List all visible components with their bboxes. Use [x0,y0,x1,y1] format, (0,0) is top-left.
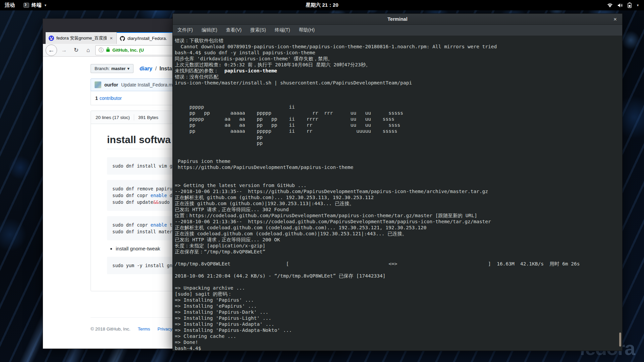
terminal-line [175,92,622,98]
terminal-line [175,176,622,182]
terminal-line: 已发出 HTTP 请求，正在等待回应... 302 Found [175,206,622,213]
terminal-line: 已发出 HTTP 请求，正在等待回应... 200 OK [175,237,622,243]
terminal-line: 正在连接 codeload.github.com (codeload.githu… [175,231,622,237]
terminal-line [175,152,622,158]
terminal-body[interactable]: 错误：下载软件包出错 Cannot download 00789019-papi… [173,36,622,351]
terminal-line: => Clearing cache ... [175,333,622,339]
tab-close-icon[interactable]: × [109,35,113,41]
tab-title: fedora 安装gnome_百度搜 [56,35,107,41]
terminal-line: => Unpacking archive ... [175,285,622,291]
branch-label: Branch: [95,66,110,71]
terminal-line: [sudo] sagit 的密码： [175,291,622,297]
system-menu-chevron-icon: ▼ [636,4,639,7]
terminal-line: => Installing 'Papirus-Dark' ... [175,309,622,315]
terminal-window: Terminal × 文件(F)编辑(E)查看(V)搜索(S)终端(T)帮助(H… [172,13,623,351]
terminal-line: 上次元数据过期检查: 0:25:32 前，执行于 2018年10月06日 星期六… [175,62,622,68]
terminal-line: => Installing 'ePapirus' ... [175,303,622,309]
terminal-line: bash-4.4$ sudo dnf -y install papirus-ic… [175,50,622,56]
terminal-scrollbar-thumb[interactable] [619,333,621,347]
caret-down-icon: ▾ [127,66,129,71]
terminal-menu-item[interactable]: 帮助(H) [299,27,315,33]
tab-baidu-search[interactable]: fedora 安装gnome_百度搜 × [46,32,117,44]
terminal-line: --2018-10-06 21:13:36-- https://codeload… [175,219,622,225]
terminal-app-icon [23,3,29,8]
footer-link[interactable]: Terms [138,326,150,331]
terminal-line: => Done! [175,339,622,345]
app-menu-terminal[interactable]: 终端 ▼ [19,0,51,10]
terminal-line: 正在解析主机 codeload.github.com (codeload.git… [175,225,622,231]
contributor-label: contributor [100,96,122,101]
terminal-line: => Installing 'Papirus' ... [175,297,622,303]
commit-message-link[interactable]: Update Install_Fedora.md [121,82,175,87]
terminal-line: irus-icon-theme/master/install.sh | shus… [175,80,622,86]
terminal-line: pp aaaaa ppppp ii rr uuuuu sssss [175,128,622,134]
terminal-line: pp aa aa pp pp ii rr uu uu ssss [175,122,622,128]
terminal-line: 错误：没有任何匹配 [175,74,622,80]
clock[interactable]: 星期六 21：20 [0,2,644,8]
commit-author-link[interactable]: ourfor [104,82,118,87]
breadcrumb-separator: / [154,66,158,71]
terminal-line [175,279,622,285]
branch-name: master [111,66,126,71]
terminal-line [175,98,622,104]
terminal-titlebar[interactable]: Terminal × [173,14,622,25]
close-icon[interactable]: × [611,14,619,25]
breadcrumb-dir-link[interactable]: diary [140,66,152,71]
terminal-line: Cannot download 00789019-papirus-icon-th… [175,44,622,50]
footer-link[interactable]: Privacy [158,326,172,331]
terminal-line [175,146,622,152]
terminal-line: 2018-10-06 21:20:04 (44.2 KB/s) - “/tmp/… [175,273,622,279]
terminal-menu-item[interactable]: 查看(V) [226,27,242,33]
activities-button[interactable]: 活动 [0,0,19,10]
terminal-line: --2018-10-06 21:13:35-- https://github.c… [175,188,622,194]
terminal-line: => Installing 'Papirus-Adapta' ... [175,321,622,327]
terminal-line: https://github.com/PapirusDevelopmentTea… [175,164,622,170]
terminal-menu-item[interactable]: 文件(F) [177,27,193,33]
terminal-title: Terminal [387,16,407,22]
volume-icon [618,3,623,8]
terminal-menu-item[interactable]: 编辑(E) [202,27,217,33]
branch-selector-button[interactable]: Branch: master ▾ [91,64,133,73]
terminal-line: => Installing 'Papirus-Adapta-Nokto' ... [175,327,622,333]
terminal-line: => Getting the latest version from GitHu… [175,182,622,188]
app-menu-label: 终端 [32,2,42,8]
contributor-count: 1 [95,96,98,101]
home-button[interactable]: ⌂ [83,45,93,55]
terminal-output: 错误：下载软件包出错 Cannot download 00789019-papi… [175,38,622,351]
baidu-favicon [49,36,54,41]
page-info-icon[interactable]: ⓘ [99,47,104,53]
terminal-line: bash-4.4$ [175,345,622,351]
terminal-line [175,170,622,176]
terminal-menu-item[interactable]: 终端(T) [275,27,290,33]
gnome-top-bar: 活动 终端 ▼ 星期六 21：20 ▼ [0,0,644,10]
terminal-line: 错误：下载软件包出错 [175,38,622,44]
terminal-line: 位置：https://codeload.github.com/PapirusDe… [175,213,622,219]
terminal-line: Papirus icon theme [175,158,622,164]
terminal-line: 正在解析主机 github.com (github.com)... 192.30… [175,194,622,200]
terminal-line: pp pp aaaaa ppppp rr rrr uu uu sssss [175,110,622,116]
copyright-text: © 2018 GitHub, Inc. [91,326,130,331]
terminal-line: 正在连接 github.com (github.com)|192.30.253.… [175,200,622,206]
site-identity-label: GitHub, Inc. (U [112,48,144,53]
terminal-line: /tmp/tmp.8vQP8WLEet [ <=> ] 16.63M 42.1K… [175,261,622,267]
file-size: 391 Bytes [138,115,158,120]
chevron-down-icon: ▼ [44,4,47,7]
terminal-line: ppppp aa aa pp pp ii rrrr uu uu ssss [175,116,622,122]
lock-icon [106,47,110,53]
terminal-menu-item[interactable]: 搜索(S) [250,27,266,33]
file-header-divider [134,114,134,120]
terminal-line: 长度：未指定 [application/x-gzip] [175,243,622,249]
avatar [95,81,101,88]
wifi-icon [607,3,613,8]
terminal-line [175,86,622,92]
terminal-menubar: 文件(F)编辑(E)查看(V)搜索(S)终端(T)帮助(H) [173,25,622,36]
terminal-line: pp [175,140,622,146]
reload-button[interactable]: ↻ [71,45,81,55]
file-line-count: 20 lines (17 sloc) [96,115,130,120]
terminal-line: => Installing 'Papirus-Light' ... [175,315,622,321]
back-button[interactable]: ← [46,45,57,56]
terminal-line: ppppp ii [175,104,622,110]
system-status-area[interactable]: ▼ [607,0,644,10]
terminal-line: pp [175,134,622,140]
forward-button[interactable]: → [59,45,69,55]
